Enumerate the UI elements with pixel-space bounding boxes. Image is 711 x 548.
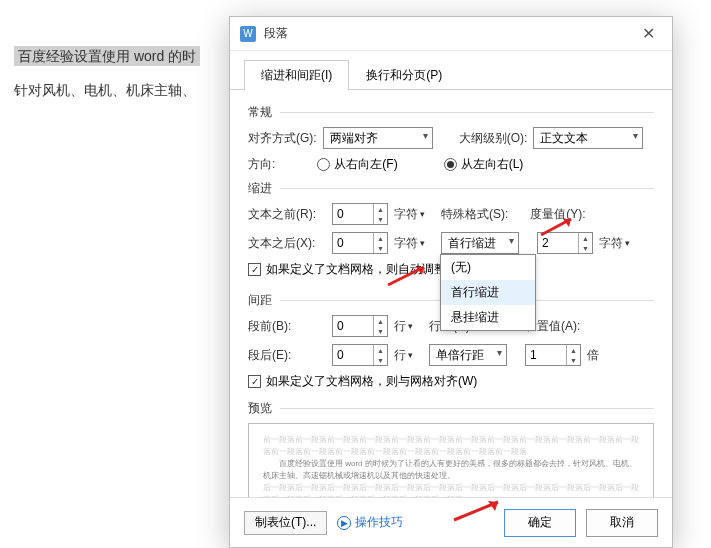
space-after-spinner[interactable]: ▲▼ <box>332 344 388 366</box>
outline-select[interactable]: 正文文本 <box>533 127 643 149</box>
indent-after-unit[interactable]: 字符 <box>394 235 425 252</box>
auto-adjust-checkbox[interactable]: ✓ 如果定义了文档网格，则自动调整 <box>248 261 446 278</box>
linespacing-select[interactable]: 单倍行距 <box>429 344 507 366</box>
indent-before-unit[interactable]: 字符 <box>394 206 425 223</box>
special-format-select[interactable]: 首行缩进 <box>441 232 519 254</box>
space-before-label: 段前(B): <box>248 318 326 335</box>
direction-rtl-label: 从右向左(F) <box>334 156 397 173</box>
preview-box: 前一段落前一段落前一段落前一段落前一段落前一段落前一段落前一段落前一段落前一段落… <box>248 423 654 497</box>
outline-label: 大纲级别(O): <box>459 130 528 147</box>
indent-after-spinner[interactable]: ▲▼ <box>332 232 388 254</box>
indent-before-spinner[interactable]: ▲▼ <box>332 203 388 225</box>
linespacing-value: 单倍行距 <box>436 347 484 364</box>
spin-down-icon[interactable]: ▼ <box>374 326 387 336</box>
direction-label: 方向: <box>248 156 275 173</box>
preview-ghost-after: 后一段落后一段落后一段落后一段落后一段落后一段落后一段落后一段落后一段落后一段落… <box>263 482 639 497</box>
indent-before-input[interactable] <box>333 204 373 224</box>
spin-up-icon[interactable]: ▲ <box>567 345 580 355</box>
close-icon: ✕ <box>642 24 655 43</box>
indent-before-label: 文本之前(R): <box>248 206 326 223</box>
direction-ltr-radio[interactable]: 从左向右(L) <box>444 156 524 173</box>
measure-spinner[interactable]: ▲▼ <box>537 232 593 254</box>
snap-grid-checkbox[interactable]: ✓ 如果定义了文档网格，则与网格对齐(W) <box>248 373 477 390</box>
space-after-label: 段后(E): <box>248 347 326 364</box>
section-general: 常规 <box>248 104 654 121</box>
space-before-unit[interactable]: 行 <box>394 318 413 335</box>
space-after-input[interactable] <box>333 345 373 365</box>
dialog-body: 常规 对齐方式(G): 两端对齐 大纲级别(O): 正文文本 方向: 从右向左(… <box>230 90 672 497</box>
bg-line-1: 百度经验设置使用 word 的时 <box>14 46 200 66</box>
tab-indent-spacing[interactable]: 缩进和间距(I) <box>244 60 349 90</box>
section-indent: 缩进 <box>248 180 654 197</box>
spin-down-icon[interactable]: ▼ <box>374 355 387 365</box>
setvalue-spinner[interactable]: ▲▼ <box>525 344 581 366</box>
snap-grid-label: 如果定义了文档网格，则与网格对齐(W) <box>266 373 477 390</box>
auto-adjust-label: 如果定义了文档网格，则自动调整 <box>266 261 446 278</box>
measure-label: 度量值(Y): <box>530 206 585 223</box>
indent-after-label: 文本之后(X): <box>248 235 326 252</box>
tabstops-button[interactable]: 制表位(T)... <box>244 511 327 535</box>
checkbox-icon: ✓ <box>248 375 261 388</box>
spin-up-icon[interactable]: ▲ <box>374 316 387 326</box>
play-icon: ▶ <box>337 516 351 530</box>
alignment-label: 对齐方式(G): <box>248 130 317 147</box>
alignment-select[interactable]: 两端对齐 <box>323 127 433 149</box>
preview-sample-text: 百度经验设置使用 word 的时候为了让看的人有更好的美感，很多的标题都会去掉，… <box>263 458 639 482</box>
close-button[interactable]: ✕ <box>634 20 662 48</box>
tab-line-page-breaks[interactable]: 换行和分页(P) <box>349 60 459 90</box>
app-icon: W <box>240 26 256 42</box>
tab-bar: 缩进和间距(I) 换行和分页(P) <box>230 51 672 90</box>
dialog-footer: 制表位(T)... ▶ 操作技巧 确定 取消 <box>230 497 672 547</box>
option-hanging[interactable]: 悬挂缩进 <box>441 305 535 330</box>
setvalue-unit: 倍 <box>587 347 599 364</box>
special-format-value: 首行缩进 <box>448 235 496 252</box>
measure-input[interactable] <box>538 233 578 253</box>
spin-up-icon[interactable]: ▲ <box>374 204 387 214</box>
checkbox-icon: ✓ <box>248 263 261 276</box>
indent-after-input[interactable] <box>333 233 373 253</box>
measure-unit[interactable]: 字符 <box>599 235 630 252</box>
cancel-button[interactable]: 取消 <box>586 509 658 537</box>
paragraph-dialog: W 段落 ✕ 缩进和间距(I) 换行和分页(P) 常规 对齐方式(G): 两端对… <box>229 16 673 548</box>
space-before-input[interactable] <box>333 316 373 336</box>
document-background-text: 百度经验设置使用 word 的时 针对风机、电机、机床主轴、 <box>14 40 200 107</box>
option-none[interactable]: (无) <box>441 255 535 280</box>
spin-up-icon[interactable]: ▲ <box>374 233 387 243</box>
tips-link[interactable]: ▶ 操作技巧 <box>337 514 403 531</box>
spin-down-icon[interactable]: ▼ <box>374 214 387 224</box>
alignment-value: 两端对齐 <box>330 130 378 147</box>
direction-ltr-label: 从左向右(L) <box>461 156 524 173</box>
radio-icon <box>317 158 330 171</box>
preview-ghost-before: 前一段落前一段落前一段落前一段落前一段落前一段落前一段落前一段落前一段落前一段落… <box>263 434 639 458</box>
tips-label: 操作技巧 <box>355 514 403 531</box>
bg-line-2: 针对风机、电机、机床主轴、 <box>14 82 196 98</box>
outline-value: 正文文本 <box>540 130 588 147</box>
radio-icon <box>444 158 457 171</box>
special-format-dropdown: (无) 首行缩进 悬挂缩进 <box>440 254 536 331</box>
dialog-title: 段落 <box>264 25 634 42</box>
section-preview: 预览 <box>248 400 654 417</box>
spin-up-icon[interactable]: ▲ <box>579 233 592 243</box>
setvalue-input[interactable] <box>526 345 566 365</box>
titlebar: W 段落 ✕ <box>230 17 672 51</box>
spin-up-icon[interactable]: ▲ <box>374 345 387 355</box>
option-first-line[interactable]: 首行缩进 <box>441 280 535 305</box>
space-before-spinner[interactable]: ▲▼ <box>332 315 388 337</box>
direction-rtl-radio[interactable]: 从右向左(F) <box>317 156 397 173</box>
spin-down-icon[interactable]: ▼ <box>579 243 592 253</box>
spin-down-icon[interactable]: ▼ <box>374 243 387 253</box>
spin-down-icon[interactable]: ▼ <box>567 355 580 365</box>
space-after-unit[interactable]: 行 <box>394 347 413 364</box>
special-format-label: 特殊格式(S): <box>441 206 508 223</box>
ok-button[interactable]: 确定 <box>504 509 576 537</box>
